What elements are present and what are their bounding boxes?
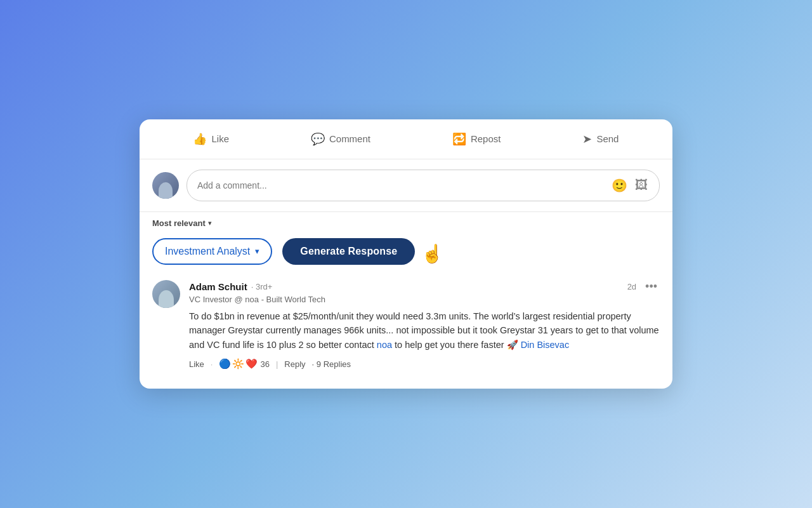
comment-input[interactable] [197,180,605,190]
media-button[interactable]: 🖼 [634,177,649,194]
connection-badge: · 3rd+ [251,282,273,291]
comment-input-wrapper[interactable]: 🙂 🖼 [187,170,660,201]
comment-author-info: Adam Schuit · 3rd+ [189,281,272,292]
reply-button[interactable]: Reply [284,359,305,369]
action-bar: 👍 Like 💬 Comment 🔁 Repost ➤ Send [140,119,672,159]
generate-response-button[interactable]: Generate Response [282,238,415,265]
comment-input-area: 🙂 🖼 [140,159,672,212]
comment-like-button[interactable]: Like [189,359,204,369]
comments-section: Adam Schuit · 3rd+ 2d ••• VC Investor @ … [140,275,672,389]
emoji-button[interactable]: 🙂 [610,177,629,194]
persona-generate-row: Investment Analyst ▾ Generate Response ☝ [140,233,672,275]
reaction-3: ❤️ [246,358,258,370]
linkedin-card: 👍 Like 💬 Comment 🔁 Repost ➤ Send 🙂 🖼 Mos… [140,119,672,389]
din-bisevac-link[interactable]: Din Bisevac [521,340,570,350]
author-name: Adam Schuit [189,281,247,292]
send-button[interactable]: ➤ Send [573,128,627,150]
comment-meta-right: 2d ••• [627,280,660,293]
noa-link[interactable]: noa [377,340,392,350]
sort-label: Most relevant [152,218,206,228]
repost-button[interactable]: 🔁 Repost [443,128,510,150]
reaction-2: 🔆 [232,358,244,370]
reactions: 🔵 🔆 ❤️ 36 [219,358,269,370]
replies-count: · 9 Replies [312,359,351,369]
comment-actions: Like · 🔵 🔆 ❤️ 36 | Reply · 9 Replies [189,358,660,370]
repost-label: Repost [471,133,501,144]
divider-2: | [276,359,278,369]
reaction-count: 36 [260,359,269,369]
current-user-avatar [152,172,179,199]
reaction-1: 🔵 [219,358,231,370]
like-button[interactable]: 👍 Like [184,128,238,150]
repost-icon: 🔁 [452,132,466,146]
persona-chevron-icon: ▾ [255,246,259,256]
author-subtitle: VC Investor @ noa - Built World Tech [189,295,660,304]
send-icon: ➤ [582,132,592,146]
comment-header: Adam Schuit · 3rd+ 2d ••• [189,280,660,293]
persona-dropdown[interactable]: Investment Analyst ▾ [152,238,272,265]
more-options-button[interactable]: ••• [643,280,660,293]
like-icon: 👍 [193,132,207,146]
avatar-figure [159,182,173,199]
sort-chevron-icon: ▾ [208,219,212,227]
comment-button[interactable]: 💬 Comment [302,128,379,150]
commenter-avatar [152,280,180,308]
sort-area: Most relevant ▾ [140,212,672,233]
send-label: Send [596,133,619,144]
commenter-avatar-figure [159,290,174,308]
comment-icon: 💬 [311,132,325,146]
comment-label: Comment [329,133,370,144]
generate-btn-wrapper: Generate Response ☝ [282,238,415,265]
persona-label: Investment Analyst [165,246,250,257]
divider: · [211,359,213,369]
comment-time: 2d [627,282,636,291]
like-label: Like [211,133,229,144]
comment-item: Adam Schuit · 3rd+ 2d ••• VC Investor @ … [152,280,660,370]
comment-text-after-noa: to help get you there faster 🚀 [392,340,521,350]
comment-body: Adam Schuit · 3rd+ 2d ••• VC Investor @ … [189,280,660,370]
comment-text: To do $1bn in revenue at $25/month/unit … [189,309,660,352]
cursor-icon: ☝ [421,243,443,264]
